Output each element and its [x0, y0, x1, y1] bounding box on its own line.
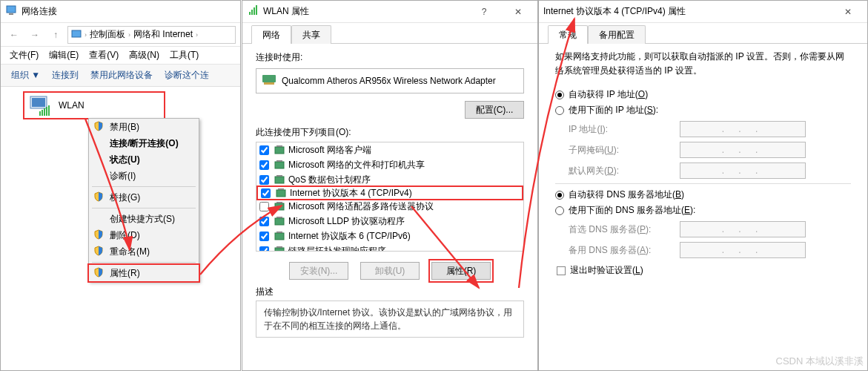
- menu-file[interactable]: 文件(F): [10, 49, 39, 62]
- uninstall-button[interactable]: 卸载(U): [360, 262, 420, 280]
- radio-manual-ip[interactable]: 使用下面的 IP 地址(S):: [555, 104, 851, 116]
- protocol-icon: [274, 200, 285, 212]
- svg-rect-12: [254, 7, 255, 15]
- radio-manual-dns[interactable]: 使用下面的 DNS 服务器地址(E):: [555, 204, 851, 217]
- ctx-diagnose[interactable]: 诊断(I): [89, 168, 199, 184]
- svg-rect-6: [42, 110, 43, 116]
- tab-row: 常规 备用配置: [539, 23, 867, 44]
- tab-general[interactable]: 常规: [548, 25, 588, 44]
- radio-icon: [555, 91, 564, 99]
- radio-icon: [555, 191, 564, 200]
- shield-icon: [93, 267, 104, 280]
- label-connect-using: 连接时使用:: [256, 51, 524, 64]
- list-item-label: Microsoft LLDP 协议驱动程序: [288, 215, 405, 228]
- field-gateway: 默认网关(D): . . .: [569, 162, 851, 179]
- tool-disable[interactable]: 禁用此网络设备: [90, 69, 153, 82]
- svg-rect-11: [251, 10, 253, 15]
- up-button[interactable]: ↑: [47, 26, 64, 44]
- watermark: CSDN 本域以溪非溪: [776, 355, 864, 368]
- svg-rect-21: [276, 175, 282, 177]
- ctx-delete[interactable]: 删除(D): [89, 227, 199, 243]
- tab-sharing[interactable]: 共享: [291, 25, 331, 44]
- radio-icon: [555, 206, 564, 215]
- list-item[interactable]: Microsoft LLDP 协议驱动程序: [256, 214, 523, 229]
- wlan-adapter-icon: [27, 93, 54, 117]
- list-item[interactable]: Microsoft 网络的文件和打印机共享: [256, 157, 523, 172]
- address-bar[interactable]: › 控制面板 › 网络和 Internet ›: [67, 26, 236, 44]
- tool-organize[interactable]: 组织 ▼: [11, 69, 40, 82]
- checkbox[interactable]: [259, 160, 269, 170]
- ctx-bridge[interactable]: 桥接(G): [89, 189, 199, 206]
- toolbar: 组织 ▼ 连接到 禁用此网络设备 诊断这个连: [1, 65, 240, 87]
- back-button[interactable]: ←: [5, 26, 23, 44]
- list-item[interactable]: Microsoft 网络适配器多路传送器协议: [256, 199, 523, 214]
- shield-icon: [93, 229, 104, 242]
- close-button[interactable]: ✕: [503, 4, 533, 19]
- window-network-connections: 网络连接 ← → ↑ › 控制面板 › 网络和 Internet › 文件(F)…: [0, 0, 241, 371]
- ctx-status[interactable]: 状态(U): [89, 151, 199, 168]
- checkbox[interactable]: [259, 202, 269, 211]
- checkbox[interactable]: [259, 145, 269, 155]
- tool-connect[interactable]: 连接到: [52, 69, 79, 82]
- close-button[interactable]: ✕: [833, 4, 863, 19]
- checkbox[interactable]: [259, 232, 269, 241]
- checkbox[interactable]: [261, 188, 271, 198]
- gateway-input[interactable]: . . .: [680, 162, 806, 179]
- svg-rect-22: [276, 190, 285, 197]
- list-item-label: QoS 数据包计划程序: [288, 174, 371, 186]
- components-list[interactable]: Microsoft 网络客户端Microsoft 网络的文件和打印机共享QoS …: [256, 142, 524, 252]
- list-item[interactable]: Microsoft 网络客户端: [256, 142, 523, 157]
- help-button[interactable]: ?: [469, 4, 499, 19]
- menu-tools[interactable]: 工具(T): [170, 49, 199, 62]
- svg-rect-30: [275, 248, 284, 252]
- svg-rect-26: [275, 218, 284, 225]
- svg-rect-13: [256, 5, 257, 15]
- list-item[interactable]: Internet 协议版本 6 (TCP/IPv6): [256, 229, 523, 243]
- context-menu: 禁用(B) 连接/断开连接(O) 状态(U) 诊断(I) 桥接(G) 创建快捷方…: [88, 118, 199, 282]
- list-item[interactable]: QoS 数据包计划程序: [256, 172, 523, 187]
- configure-button[interactable]: 配置(C)...: [465, 101, 524, 119]
- properties-button[interactable]: 属性(R): [431, 262, 491, 280]
- checkbox[interactable]: [259, 175, 269, 185]
- ctx-shortcut[interactable]: 创建快捷方式(S): [89, 211, 199, 227]
- ctx-rename[interactable]: 重命名(M): [89, 243, 199, 260]
- forward-button[interactable]: →: [26, 26, 44, 44]
- titlebar: Internet 协议版本 4 (TCP/IPv4) 属性 ✕: [539, 1, 867, 23]
- protocol-icon: [274, 159, 285, 171]
- tab-alternate[interactable]: 备用配置: [588, 25, 646, 44]
- crumb-cpanel[interactable]: 控制面板: [90, 28, 125, 41]
- list-item[interactable]: 链路层拓扑发现响应程序: [256, 243, 523, 252]
- titlebar: 网络连接: [1, 1, 240, 23]
- menu-view[interactable]: 查看(V): [89, 49, 119, 62]
- list-item-label: Microsoft 网络的文件和打印机共享: [288, 159, 425, 171]
- field-ip-address: IP 地址(I): . . .: [569, 121, 851, 137]
- radio-auto-ip[interactable]: 自动获得 IP 地址(O): [555, 88, 851, 101]
- ctx-connect[interactable]: 连接/断开连接(O): [89, 135, 199, 151]
- svg-rect-20: [275, 177, 284, 183]
- checkbox-validate[interactable]: 退出时验证设置(L): [557, 264, 851, 277]
- list-item[interactable]: Internet 协议版本 4 (TCP/IPv4): [256, 186, 523, 200]
- checkbox[interactable]: [259, 217, 269, 226]
- ip-input[interactable]: . . .: [680, 121, 806, 137]
- install-button[interactable]: 安装(N)...: [289, 262, 348, 280]
- tool-diagnose[interactable]: 诊断这个连: [165, 69, 209, 82]
- subnet-input[interactable]: . . .: [680, 142, 806, 158]
- ctx-disable[interactable]: 禁用(B): [89, 119, 199, 135]
- window-ipv4-properties: Internet 协议版本 4 (TCP/IPv4) 属性 ✕ 常规 备用配置 …: [538, 0, 868, 371]
- alt-dns-input[interactable]: . . .: [680, 242, 806, 258]
- wlan-adapter-tile[interactable]: WLAN: [23, 91, 165, 119]
- crumb-netinternet[interactable]: 网络和 Internet: [133, 28, 193, 41]
- pref-dns-input[interactable]: . . .: [680, 221, 806, 237]
- svg-rect-8: [46, 107, 47, 116]
- wlan-prop-icon: [247, 4, 259, 19]
- ctx-properties[interactable]: 属性(R): [89, 265, 199, 281]
- menu-edit[interactable]: 编辑(E): [49, 49, 79, 62]
- tab-network[interactable]: 网络: [251, 25, 291, 44]
- radio-auto-dns[interactable]: 自动获得 DNS 服务器地址(B): [555, 188, 851, 201]
- menu-advanced[interactable]: 高级(N): [129, 49, 159, 62]
- svg-rect-29: [276, 232, 282, 233]
- tab-row: 网络 共享: [242, 23, 537, 44]
- protocol-icon: [275, 187, 287, 199]
- checkbox[interactable]: [259, 246, 269, 252]
- svg-rect-16: [275, 147, 284, 154]
